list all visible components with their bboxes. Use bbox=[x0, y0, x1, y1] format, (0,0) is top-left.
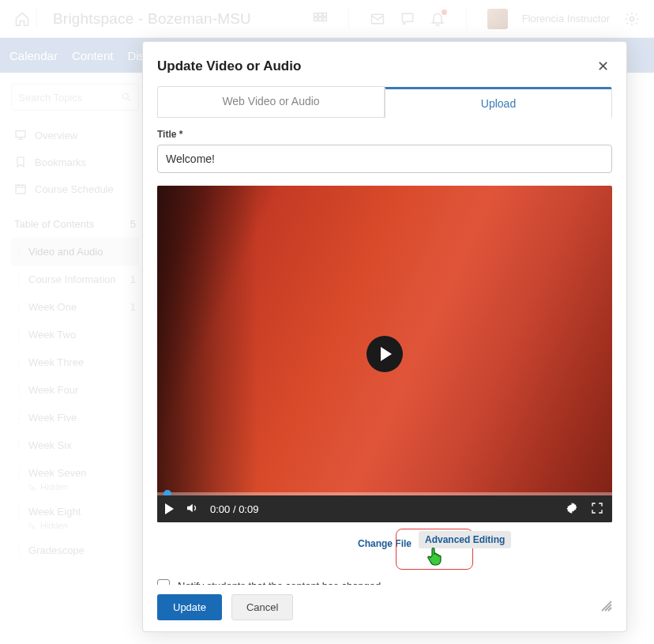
settings-gear-icon[interactable] bbox=[565, 501, 579, 518]
video-player[interactable]: 0:00 / 0:09 bbox=[157, 186, 612, 522]
notification-dot bbox=[442, 9, 447, 15]
mail-icon[interactable] bbox=[370, 11, 385, 27]
presentation-icon bbox=[14, 129, 27, 141]
home-icon[interactable] bbox=[14, 11, 30, 27]
video-time: 0:00 / 0:09 bbox=[210, 503, 258, 515]
close-icon[interactable]: ✕ bbox=[594, 55, 612, 78]
apps-grid-icon[interactable] bbox=[312, 11, 328, 27]
eye-off-icon bbox=[28, 522, 37, 530]
svg-rect-3 bbox=[314, 17, 317, 21]
title-input[interactable] bbox=[157, 145, 612, 173]
toc-header[interactable]: Table of Contents 5 bbox=[11, 210, 139, 238]
eye-off-icon bbox=[28, 483, 37, 491]
avatar[interactable] bbox=[487, 9, 508, 29]
gear-icon[interactable] bbox=[624, 11, 640, 27]
calendar-icon bbox=[14, 183, 27, 195]
search-placeholder: Search Topics bbox=[18, 92, 121, 104]
volume-icon[interactable] bbox=[185, 501, 199, 518]
nav-content[interactable]: Content bbox=[72, 49, 114, 62]
bookmark-icon bbox=[14, 156, 27, 168]
cursor-hand-icon bbox=[426, 546, 445, 567]
search-icon bbox=[121, 92, 132, 103]
toc-item[interactable]: Week Six bbox=[11, 431, 139, 459]
fullscreen-icon[interactable] bbox=[590, 501, 604, 518]
resize-grip-icon[interactable] bbox=[601, 601, 612, 614]
svg-rect-9 bbox=[16, 131, 25, 137]
tab-upload[interactable]: Upload bbox=[385, 87, 612, 118]
nav-calendar[interactable]: Calendar bbox=[9, 49, 58, 62]
hidden-badge: Hidden bbox=[11, 482, 139, 491]
top-bar: Brightspace - Bozeman-MSU Florencia Inst… bbox=[0, 0, 654, 38]
svg-rect-0 bbox=[314, 13, 317, 16]
svg-rect-2 bbox=[323, 13, 326, 16]
toc-item[interactable]: Week One1 bbox=[11, 293, 139, 321]
svg-rect-1 bbox=[318, 13, 321, 16]
brand-title[interactable]: Brightspace - Bozeman-MSU bbox=[53, 10, 312, 28]
notify-checkbox[interactable] bbox=[157, 579, 170, 585]
sidebar-bookmarks[interactable]: Bookmarks bbox=[11, 149, 139, 175]
play-button[interactable] bbox=[366, 336, 403, 372]
toc-item[interactable]: Week Two bbox=[11, 321, 139, 348]
toc-item[interactable]: Week Three bbox=[11, 348, 139, 376]
play-icon[interactable] bbox=[165, 503, 174, 514]
toc-item[interactable]: Gradescope bbox=[11, 537, 139, 564]
cancel-button[interactable]: Cancel bbox=[231, 594, 293, 620]
bell-icon[interactable] bbox=[430, 11, 445, 27]
sidebar-schedule[interactable]: Course Schedule bbox=[11, 175, 139, 202]
toc-item[interactable]: Course Information1 bbox=[11, 266, 139, 293]
svg-rect-5 bbox=[323, 17, 326, 21]
update-video-modal: Update Video or Audio ✕ Web Video or Aud… bbox=[142, 41, 627, 632]
video-controls: 0:00 / 0:09 bbox=[157, 495, 612, 522]
title-label: Title * bbox=[157, 129, 612, 140]
toc-item[interactable]: Video and Audio bbox=[11, 238, 139, 266]
toc-item[interactable]: Week Five bbox=[11, 404, 139, 431]
username[interactable]: Florencia Instructor bbox=[522, 13, 610, 24]
svg-point-7 bbox=[630, 17, 634, 21]
svg-rect-10 bbox=[16, 185, 25, 194]
modal-title: Update Video or Audio bbox=[157, 58, 594, 74]
chat-icon[interactable] bbox=[400, 11, 415, 27]
svg-point-8 bbox=[122, 93, 128, 99]
hidden-badge: Hidden bbox=[11, 521, 139, 530]
modal-tabs: Web Video or Audio Upload bbox=[157, 86, 612, 118]
toc-item[interactable]: Week Four bbox=[11, 376, 139, 404]
svg-rect-4 bbox=[318, 17, 321, 21]
search-input[interactable]: Search Topics bbox=[11, 84, 139, 111]
tab-web-video[interactable]: Web Video or Audio bbox=[157, 86, 385, 117]
sidebar-overview[interactable]: Overview bbox=[11, 122, 139, 149]
sidebar: Search Topics Overview Bookmarks Course … bbox=[0, 73, 144, 575]
update-button[interactable]: Update bbox=[157, 594, 222, 620]
